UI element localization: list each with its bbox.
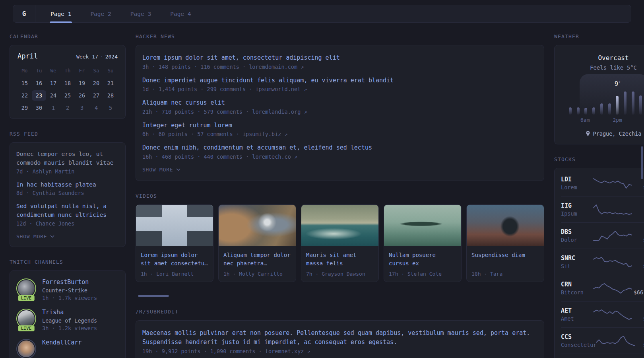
videos-carousel: Lorem ipsum dolor sit amet consectetu… 1…: [136, 204, 544, 282]
reddit-post-link[interactable]: Maecenas mollis pulvinar erat non posuer…: [142, 329, 537, 347]
calendar-day-next-month: 3: [75, 103, 89, 113]
calendar-day: 26: [75, 90, 89, 101]
hn-item-link[interactable]: Lorem ipsum dolor sit amet, consectetur …: [142, 53, 537, 62]
video-thumbnail: [301, 205, 378, 246]
hn-item-link[interactable]: Integer eget rutrum lorem: [142, 121, 537, 130]
stocks-section: STOCKS LDILorem +4.35%$795.18 IIGIpsum +…: [554, 156, 644, 358]
video-title-link[interactable]: Suspendisse diam: [471, 251, 539, 268]
stock-row[interactable]: AHS +0.46%: [561, 354, 644, 358]
rss-item-link[interactable]: Sed volutpat nulla nisl, a condimentum n…: [16, 202, 119, 220]
stock-price: $66,171.48: [632, 289, 644, 296]
stock-row[interactable]: DBSDolor +1.42%$156.28: [561, 222, 644, 249]
twitch-channel-row[interactable]: LIVE Trisha League of Legends 3h · 1.2k …: [16, 309, 119, 331]
rss-item-link[interactable]: In hac habitasse platea: [16, 181, 119, 189]
stock-row[interactable]: LDILorem +4.35%$795.18: [561, 170, 644, 196]
weather-bar: [569, 107, 572, 115]
dashboard: CALENDAR April Week 17·2024 Mo Tu We Th …: [0, 23, 644, 358]
rss-item-meta: 8d · Cynthia Saunders: [16, 190, 119, 196]
video-thumbnail: [219, 205, 296, 246]
twitch-channel-row[interactable]: KendallCarr: [16, 339, 119, 358]
video-card[interactable]: Nullam posuere cursus ex 17h · Stefan Co…: [384, 204, 462, 282]
calendar-week-label: Week 17·2024: [76, 54, 118, 60]
weekday-label: Tu: [32, 66, 46, 76]
hn-item-meta[interactable]: 21h · 710 points · 579 comments · loreml…: [142, 109, 537, 115]
calendar-day: 22: [17, 90, 32, 101]
weather-bar: [639, 95, 642, 115]
hn-item-link[interactable]: Aliquam nec cursus elit: [142, 98, 537, 107]
reddit-post-meta[interactable]: 19h · 9,932 points · 1,090 comments · lo…: [142, 348, 537, 354]
topbar: G Page 1 Page 2 Page 3 Page 4: [13, 5, 631, 23]
rss-item-link[interactable]: Donec tempor eros leo, ut commodo mauris…: [16, 150, 119, 167]
channel-avatar-image: [18, 310, 35, 327]
stock-row[interactable]: CRNBitcorn -1.00%$66,171.48: [561, 275, 644, 301]
stock-price: $42.04: [632, 210, 644, 217]
stock-name: Dolor: [561, 237, 594, 243]
video-meta: 7h · Grayson Dawson: [306, 271, 374, 277]
video-card[interactable]: Lorem ipsum dolor sit amet consectetu… 1…: [136, 204, 213, 282]
subreddit-section: /R/SUBREDDIT Maecenas mollis pulvinar er…: [136, 309, 544, 358]
hn-item: Integer eget rutrum lorem 6h · 60 points…: [142, 121, 537, 138]
channel-meta: 3h · 1.2k viewers: [42, 325, 97, 331]
hn-item-meta[interactable]: 6h · 60 points · 57 comments · ipsumify.…: [142, 131, 537, 137]
app-logo[interactable]: G: [13, 5, 35, 22]
weekday-label: Su: [103, 66, 118, 76]
stock-row[interactable]: IIGIpsum +2.84%$42.04: [561, 196, 644, 222]
left-column: CALENDAR April Week 17·2024 Mo Tu We Th …: [10, 33, 126, 358]
hn-item-meta[interactable]: 1d · 1,414 points · 299 comments · ipsum…: [142, 86, 537, 92]
show-more-label: SHOW MORE: [142, 167, 173, 173]
video-title-link[interactable]: Lorem ipsum dolor sit amet consectetu…: [141, 251, 208, 268]
stocks-card: LDILorem +4.35%$795.18 IIGIpsum +2.84%$4…: [554, 168, 644, 358]
carousel-scrollbar-thumb[interactable]: [138, 295, 169, 297]
show-more-label: SHOW MORE: [16, 233, 47, 239]
stock-change: +1.42%: [632, 228, 644, 235]
tab-page-4[interactable]: Page 4: [161, 5, 200, 22]
hn-item-link[interactable]: Donec imperdiet augue tincidunt felis al…: [142, 76, 537, 85]
calendar-day: 28: [103, 90, 118, 101]
carousel-scrollbar-track: [136, 295, 544, 297]
video-title-link[interactable]: Mauris sit amet massa felis: [306, 251, 374, 268]
channel-name-link[interactable]: ForrestBurton: [42, 278, 97, 286]
hn-item-meta[interactable]: 16h · 468 points · 440 comments · loremt…: [142, 154, 537, 160]
channel-game: League of Legends: [42, 317, 97, 324]
stocks-header: STOCKS: [554, 156, 644, 162]
twitch-channel-row[interactable]: LIVE ForrestBurton Counter-Strike 1h · 1…: [16, 278, 119, 301]
calendar-day-next-month: 1: [46, 103, 60, 113]
hn-show-more-button[interactable]: SHOW MORE: [142, 167, 537, 173]
channel-name-link[interactable]: KendallCarr: [42, 339, 81, 346]
weather-header: WEATHER: [554, 33, 644, 39]
stock-ticker: LDI: [561, 176, 594, 183]
channel-info: ForrestBurton Counter-Strike 1h · 1.7k v…: [42, 278, 97, 301]
stock-ticker: AET: [561, 307, 594, 314]
video-card[interactable]: Aliquam tempor dolor nec pharetra… 1h · …: [218, 204, 296, 282]
video-title-link[interactable]: Aliquam tempor dolor nec pharetra…: [223, 251, 291, 268]
rss-item-meta: 12d · Chance Jones: [16, 220, 119, 227]
chevron-down-icon: [50, 235, 54, 238]
weather-bar: [600, 103, 603, 115]
channel-name-link[interactable]: Trisha: [42, 309, 97, 316]
rss-card: Donec tempor eros leo, ut commodo mauris…: [10, 142, 126, 247]
video-title-link[interactable]: Nullam posuere cursus ex: [389, 251, 456, 268]
page-scrollbar-thumb[interactable]: [641, 146, 643, 179]
stock-sparkline: [594, 282, 632, 294]
calendar-month: April: [17, 52, 38, 60]
tab-page-2[interactable]: Page 2: [81, 5, 120, 22]
twitch-card: LIVE ForrestBurton Counter-Strike 1h · 1…: [10, 270, 126, 358]
rss-item-meta: 7d · Ashlyn Martin: [16, 168, 119, 175]
stock-row[interactable]: CCSConsectetur +0.51%$165.84: [561, 327, 644, 354]
tab-page-3[interactable]: Page 3: [121, 5, 161, 22]
stock-name: Sit: [561, 263, 594, 269]
stock-ticker: DBS: [561, 228, 594, 235]
video-meta: 18h · Tara: [471, 271, 539, 277]
stock-row[interactable]: AETAmet +0.92%$499.72: [561, 301, 644, 327]
rss-show-more-button[interactable]: SHOW MORE: [16, 233, 119, 239]
channel-avatar-image: [18, 340, 35, 357]
video-card[interactable]: Suspendisse diam 18h · Tara: [466, 204, 544, 282]
avatar: LIVE: [16, 278, 36, 298]
calendar-day: 16: [32, 78, 46, 88]
hn-item-meta[interactable]: 3h · 148 points · 116 comments · loremdo…: [142, 64, 537, 70]
video-card[interactable]: Mauris sit amet massa felis 7h · Grayson…: [301, 204, 379, 282]
stock-row[interactable]: SNRCSit +1.36%$148.64: [561, 249, 644, 275]
tab-page-1[interactable]: Page 1: [41, 5, 81, 22]
hn-item-link[interactable]: Donec enim nibh, condimentum et accumsan…: [142, 143, 537, 152]
weather-hourly-chart: 9° 6am2pm10pm: [566, 89, 644, 123]
